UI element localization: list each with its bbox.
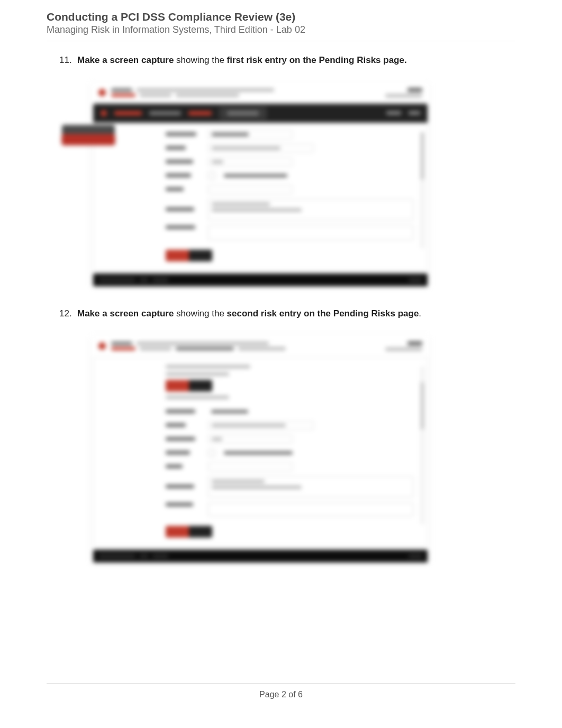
instruction-number: 12.	[59, 307, 77, 320]
topbar-text	[111, 87, 369, 98]
scrollbar-thumb	[421, 382, 424, 430]
screenshot-body	[93, 123, 428, 270]
textarea	[208, 476, 413, 497]
textarea	[208, 199, 413, 220]
topbar-text	[111, 340, 369, 352]
nav-item	[188, 111, 212, 115]
submit-button	[166, 526, 212, 538]
side-button	[62, 125, 115, 135]
screenshot-1	[91, 83, 430, 286]
nav-item	[114, 111, 142, 115]
nav-logo-icon	[101, 110, 107, 116]
instruction-item-12: 12. Make a screen capture showing the se…	[59, 307, 515, 320]
app-logo-icon	[98, 342, 106, 350]
footer-divider	[47, 683, 515, 684]
screenshot-footer	[93, 274, 428, 286]
screenshot-navbar	[93, 104, 428, 123]
document-page: Conducting a PCI DSS Compliance Review (…	[0, 0, 562, 728]
nav-right	[409, 111, 420, 115]
side-button-active	[62, 134, 115, 145]
top-button	[166, 380, 212, 392]
top-block	[166, 365, 419, 399]
topbar-right	[375, 341, 422, 351]
page-subtitle: Managing Risk in Information Systems, Th…	[47, 24, 515, 35]
form-rows	[166, 407, 413, 516]
screenshot-topbar	[91, 336, 430, 357]
side-buttons	[62, 125, 115, 145]
screenshot-body	[93, 357, 428, 547]
nav-item	[149, 111, 181, 115]
screenshot-2-wrap	[91, 336, 515, 562]
nav-item-active	[219, 107, 267, 120]
textarea	[208, 225, 413, 240]
screenshot-1-wrap	[91, 83, 515, 286]
screenshot-footer	[93, 550, 428, 562]
page-title: Conducting a PCI DSS Compliance Review (…	[47, 11, 515, 23]
textarea	[208, 503, 413, 516]
submit-button	[166, 250, 212, 261]
instruction-text: Make a screen capture showing the first …	[77, 54, 515, 67]
screenshot-2	[91, 336, 430, 562]
instruction-list: 11. Make a screen capture showing the fi…	[59, 54, 515, 562]
nav-right	[386, 111, 401, 115]
checkbox-icon	[208, 172, 215, 179]
submit-row	[166, 526, 419, 538]
checkbox-icon	[208, 449, 215, 457]
instruction-text: Make a screen capture showing the second…	[77, 307, 515, 320]
scrollbar-thumb	[421, 132, 424, 180]
instruction-number: 11.	[59, 54, 77, 67]
page-header: Conducting a PCI DSS Compliance Review (…	[47, 11, 515, 41]
screenshot-topbar	[91, 83, 430, 104]
instruction-item-11: 11. Make a screen capture showing the fi…	[59, 54, 515, 67]
app-logo-icon	[98, 89, 106, 96]
submit-row	[166, 250, 419, 261]
page-number: Page 2 of 6	[0, 690, 562, 699]
topbar-right	[375, 88, 422, 97]
form-rows	[166, 130, 413, 240]
